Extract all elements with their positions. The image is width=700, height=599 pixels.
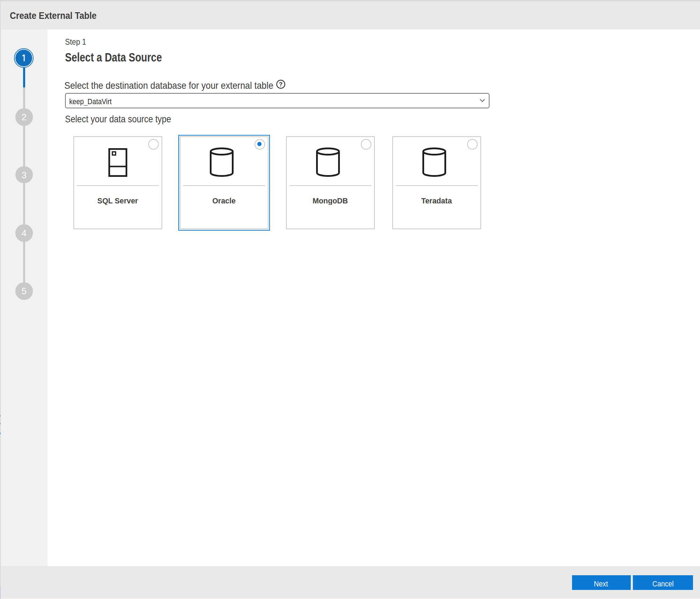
card-divider: [77, 186, 159, 186]
card-label: Teradata: [395, 196, 477, 205]
help-icon[interactable]: ?: [276, 79, 285, 88]
destination-db-label-text: Select the destination database for your…: [65, 79, 274, 92]
card-oracle[interactable]: Oracle: [180, 136, 268, 229]
cancel-button-label: Cancel: [652, 579, 673, 588]
radio-dot: [364, 142, 368, 146]
radio-dot: [258, 142, 262, 146]
card-label: SQL Server: [77, 196, 158, 205]
card-label: Oracle: [183, 196, 265, 205]
cancel-button[interactable]: Cancel: [633, 575, 693, 590]
wizard-stepper: 1 2 3 4 5: [1, 29, 48, 566]
stepper-step-4[interactable]: 4: [15, 225, 33, 242]
stepper-step-2[interactable]: 2: [15, 108, 33, 125]
radio-dot: [470, 142, 474, 146]
next-button-label: Next: [594, 579, 608, 588]
database-icon: [393, 148, 480, 178]
dialog-body: 1 2 3 4 5 Step 1 Select a Data Source Se…: [1, 29, 700, 566]
step-content: Step 1 Select a Data Source Select the d…: [48, 29, 700, 566]
database-icon: [180, 148, 267, 178]
next-button[interactable]: Next: [572, 575, 630, 590]
stepper-step-5[interactable]: 5: [15, 282, 33, 300]
card-teradata[interactable]: Teradata: [392, 136, 481, 229]
radio-dot: [151, 142, 156, 146]
card-divider: [396, 186, 478, 186]
card-label: MongoDB: [289, 196, 371, 205]
database-icon: [287, 148, 374, 178]
step-eyebrow: Step 1: [65, 37, 86, 47]
dialog-title: Create External Table: [10, 11, 97, 21]
card-sql-server[interactable]: SQL Server: [73, 136, 162, 229]
dialog-footer: Next Cancel: [1, 566, 700, 599]
stepper-step-3[interactable]: 3: [15, 166, 33, 183]
chevron-down-icon: [479, 99, 485, 102]
stepper-step-1-number: 1: [16, 50, 33, 67]
card-divider: [183, 186, 265, 186]
server-icon: [74, 148, 161, 178]
source-type-label: Select your data source type: [65, 112, 171, 125]
dialog-header: Create External Table: [1, 1, 700, 29]
create-external-table-dialog: Create External Table 1 2 3 4 5 Step 1 S…: [1, 1, 700, 599]
destination-db-label: Select the destination database for your…: [65, 79, 299, 92]
step-title: Select a Data Source: [65, 50, 162, 66]
digit-one-glyph: [21, 55, 28, 62]
card-divider: [290, 186, 371, 186]
screen: Create External Table 1 2 3 4 5 Step 1 S…: [0, 0, 700, 599]
destination-db-dropdown[interactable]: keep_DataVirt: [65, 93, 490, 108]
svg-text:?: ?: [279, 81, 282, 87]
card-mongodb[interactable]: MongoDB: [286, 136, 374, 229]
stepper-step-1[interactable]: 1: [14, 49, 34, 68]
source-type-cards: SQL Server Oracle: [73, 136, 481, 229]
destination-db-value: keep_DataVirt: [69, 97, 111, 106]
